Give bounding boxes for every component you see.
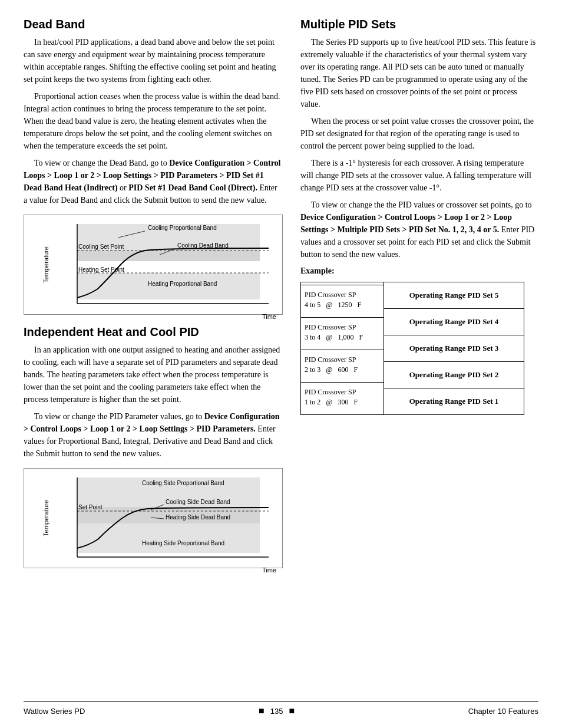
svg-text:Set Point: Set Point: [78, 504, 103, 510]
pid-range-set1: Operating Range PID Set 1: [384, 388, 524, 414]
pid-crossover-2-3: PID Crossover SP2 to 3 @ 600 F: [301, 350, 384, 380]
svg-text:Cooling Dead Band: Cooling Dead Band: [177, 242, 229, 249]
svg-text:Cooling Set Point: Cooling Set Point: [78, 243, 124, 250]
dead-band-para2: Proportional action ceases when the proc…: [24, 90, 283, 152]
footer-center: ■ 135 ■: [259, 706, 295, 716]
pid-crossover-4-5: PID Crossover SP4 to 5 @ 1250 F: [301, 285, 384, 315]
diagram1-svg: Cooling Set Point Heating Set Point Cool…: [42, 221, 272, 309]
diagram2-x-axis: Time: [42, 566, 276, 574]
svg-text:Heating Set Point: Heating Set Point: [78, 266, 124, 273]
svg-text:Cooling Side Proportional Band: Cooling Side Proportional Band: [142, 480, 224, 486]
svg-rect-1: [77, 251, 260, 261]
independent-heat-cool-para1: In an application with one output assign…: [24, 344, 283, 406]
multiple-pid-para1: The Series PD supports up to five heat/c…: [300, 36, 538, 110]
pid-table: PID Crossover SP4 to 5 @ 1250 F PID Cros…: [300, 282, 524, 415]
page: Dead Band In heat/cool PID applications,…: [0, 0, 562, 728]
dead-band-para1: In heat/cool PID applications, a dead ba…: [24, 36, 283, 85]
diagram1-x-axis: Time: [42, 313, 276, 320]
right-column: Multiple PID Sets The Series PD supports…: [300, 18, 538, 696]
pid-range-set4: Operating Range PID Set 4: [384, 309, 524, 335]
diagram2-svg: Set Point Cooling Side Proportional Band…: [42, 475, 272, 563]
footer-bullet-right: ■: [289, 706, 295, 716]
svg-text:Heating Proportional Band: Heating Proportional Band: [148, 281, 217, 287]
pid-range-set5: Operating Range PID Set 5: [384, 282, 524, 309]
pid-range-set3: Operating Range PID Set 3: [384, 335, 524, 362]
footer-right: Chapter 10 Features: [468, 707, 538, 716]
left-column: Dead Band In heat/cool PID applications,…: [24, 18, 283, 696]
footer-bullet-left: ■: [259, 706, 265, 716]
independent-pid-diagram: Temperature: [24, 468, 283, 568]
main-content: Dead Band In heat/cool PID applications,…: [24, 18, 538, 696]
svg-text:Heating Side Dead Band: Heating Side Dead Band: [166, 514, 230, 521]
example-label: Example:: [300, 266, 538, 276]
pid-crossover-3-4: PID Crossover SP3 to 4 @ 1,000 F: [301, 317, 384, 347]
diagram2-y-axis: Temperature: [42, 500, 49, 536]
pid-range-set2: Operating Range PID Set 2: [384, 362, 524, 388]
multiple-pid-para4: To view or change the the PID values or …: [300, 199, 538, 261]
dead-band-heading: Dead Band: [24, 18, 283, 31]
pid-range-column: Operating Range PID Set 5 Operating Rang…: [384, 282, 524, 414]
multiple-pid-para2: When the process or set point value cros…: [300, 115, 538, 152]
svg-text:Cooling Proportional Band: Cooling Proportional Band: [148, 225, 217, 231]
independent-heat-cool-heading: Independent Heat and Cool PID: [24, 325, 283, 339]
dead-band-diagram: Temperature: [24, 215, 283, 315]
pid-example-section: Example: PID Crossover SP4 to 5 @ 1250 F: [300, 266, 538, 415]
svg-rect-17: [77, 523, 260, 553]
svg-text:Heating Side Proportional Band: Heating Side Proportional Band: [142, 540, 224, 546]
page-footer: Watlow Series PD ■ 135 ■ Chapter 10 Feat…: [24, 701, 538, 716]
pid-crossover-column: PID Crossover SP4 to 5 @ 1250 F PID Cros…: [301, 282, 384, 414]
multiple-pid-heading: Multiple PID Sets: [300, 18, 538, 31]
multiple-pid-para3: There is a -1° hysteresis for each cross…: [300, 157, 538, 194]
dead-band-para3: To view or change the Dead Band, go to D…: [24, 157, 283, 206]
diagram1-y-axis: Temperature: [42, 246, 49, 283]
svg-text:Cooling Side Dead Band: Cooling Side Dead Band: [166, 499, 230, 505]
footer-left: Watlow Series PD: [24, 707, 85, 716]
footer-page-number: 135: [270, 707, 283, 716]
independent-heat-cool-para2: To view or change the PID Parameter valu…: [24, 410, 283, 460]
pid-crossover-1-2: PID Crossover SP1 to 2 @ 300 F: [301, 382, 384, 412]
pid-spacer-1: [301, 412, 384, 414]
